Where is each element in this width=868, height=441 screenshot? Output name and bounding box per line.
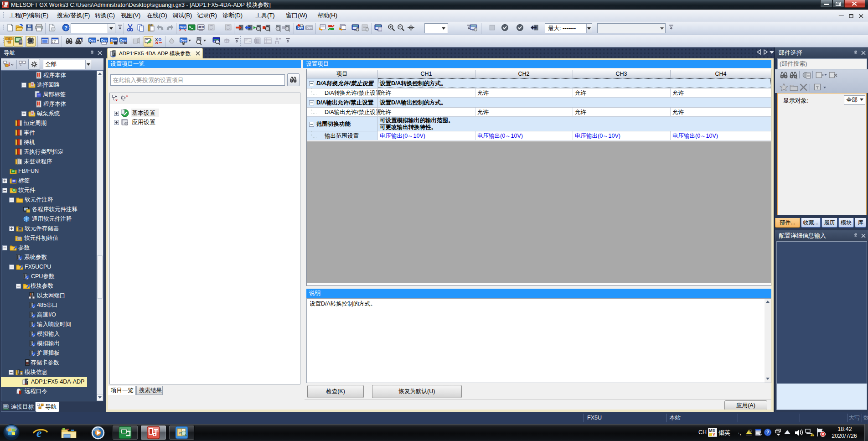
svg-text:Dev: Dev	[298, 26, 303, 29]
svg-text:Dev: Dev	[89, 38, 96, 42]
svg-text:Dev: Dev	[101, 38, 108, 42]
svg-text:e: e	[179, 430, 181, 435]
svg-text:HEX: HEX	[197, 26, 204, 29]
svg-text:?: ?	[64, 25, 67, 31]
svg-text:!: !	[812, 433, 813, 436]
svg-text:O: O	[158, 37, 161, 42]
svg-text:Y: Y	[713, 432, 715, 437]
svg-text:X: X	[155, 37, 158, 42]
svg-text:e: e	[36, 427, 42, 439]
svg-text:?: ?	[766, 430, 770, 435]
svg-text:Dev: Dev	[307, 26, 312, 29]
svg-text:Dev: Dev	[180, 25, 186, 29]
